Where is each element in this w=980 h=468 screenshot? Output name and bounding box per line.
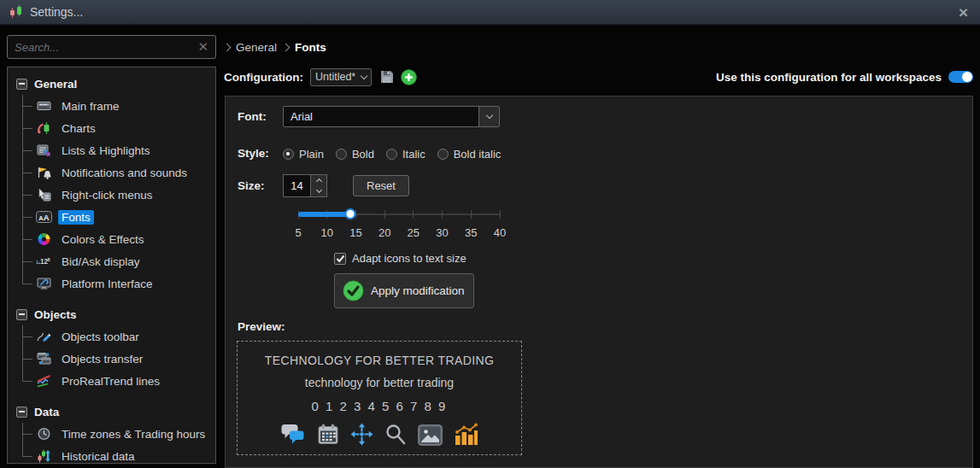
- size-slider[interactable]: [298, 208, 500, 220]
- breadcrumb-parent[interactable]: General: [236, 41, 277, 54]
- configuration-select[interactable]: Untitled*: [310, 68, 372, 86]
- style-options: Plain Bold Italic Bold italic: [283, 145, 513, 162]
- proreal-trend-icon: [35, 374, 52, 388]
- sidebar-item-main-frame[interactable]: Main frame: [22, 95, 215, 117]
- radio-label: Italic: [402, 148, 425, 161]
- style-radio-bold-italic[interactable]: Bold italic: [437, 148, 502, 161]
- sidebar-item-charts[interactable]: Charts: [22, 117, 215, 139]
- fonts-icon: AA: [35, 210, 52, 224]
- adapt-icons-row: Adapt icons to text size: [334, 252, 467, 265]
- font-family-value: Arial: [284, 110, 478, 123]
- sidebar-item-label: Objects toolbar: [58, 330, 143, 344]
- save-icon[interactable]: [379, 69, 395, 85]
- bid-ask-icon: 1.128: [35, 254, 52, 268]
- tree-group: General Main frame Charts Lists & Highli…: [16, 73, 215, 295]
- tree-group: Objects Objects toolbar Objects transfer…: [16, 303, 215, 392]
- apply-modification-label: Apply modification: [371, 284, 465, 297]
- apply-modification-button[interactable]: Apply modification: [334, 273, 474, 308]
- style-label: Style:: [238, 147, 269, 160]
- title-bar: Settings... ×: [0, 0, 980, 26]
- colors-effects-icon: [35, 232, 52, 246]
- lists-highlights-icon: [35, 143, 52, 157]
- sidebar-item-platform-interface[interactable]: Platform Interface: [22, 272, 215, 295]
- font-select-button[interactable]: [478, 107, 499, 126]
- workspace-toggle[interactable]: [948, 71, 973, 83]
- calendar-icon: [317, 423, 339, 446]
- sidebar-item-prorealtrend-lines[interactable]: ProRealTrend lines: [22, 370, 215, 392]
- sidebar-item-fonts[interactable]: AA Fonts: [22, 206, 215, 228]
- size-spin-buttons: [311, 174, 327, 197]
- style-radio-plain[interactable]: Plain: [283, 148, 324, 161]
- sidebar-item-label: Platform Interface: [58, 277, 156, 291]
- sidebar-item-label: Time zones & Trading hours: [58, 427, 208, 442]
- tree-group-objects[interactable]: Objects: [16, 303, 215, 325]
- configuration-row: Configuration: Untitled* Use this config…: [224, 67, 973, 86]
- collapse-icon[interactable]: [16, 407, 27, 418]
- radio-label: Plain: [299, 148, 324, 161]
- chevron-up-icon: [315, 178, 321, 184]
- sidebar-item-right-click-menus[interactable]: Right-click menus: [22, 184, 215, 206]
- spin-up-button[interactable]: [311, 175, 326, 186]
- chevron-down-icon: [485, 112, 492, 119]
- close-icon[interactable]: ×: [955, 4, 971, 20]
- slider-tick-label: 15: [349, 226, 361, 239]
- tree-group-children: Objects toolbar Objects transfer ProReal…: [22, 325, 215, 392]
- sidebar-item-bid-ask-display[interactable]: 1.128 Bid/Ask display: [22, 250, 215, 272]
- sidebar-item-objects-toolbar[interactable]: Objects toolbar: [22, 325, 215, 348]
- tree-group-general[interactable]: General: [16, 73, 215, 95]
- sidebar-item-label: Objects transfer: [58, 352, 146, 366]
- add-config-icon[interactable]: [401, 69, 417, 85]
- spin-down-button[interactable]: [311, 186, 326, 197]
- fonts-settings-panel: Font: Arial Style: Plain Bold Italic Bol…: [225, 96, 973, 468]
- tree-group-label: Objects: [34, 308, 77, 321]
- slider-tick-label: 10: [320, 226, 332, 239]
- search-input[interactable]: [15, 41, 197, 54]
- slider-thumb[interactable]: [344, 208, 355, 219]
- radio-icon: [283, 149, 294, 160]
- radio-label: Bold: [352, 148, 374, 161]
- adapt-icons-label: Adapt icons to text size: [352, 252, 467, 265]
- slider-fill: [298, 212, 350, 217]
- reset-button[interactable]: Reset: [353, 175, 409, 196]
- sidebar-item-lists-highlights[interactable]: Lists & Highlights: [22, 139, 215, 161]
- slider-tick-label: 25: [408, 226, 420, 239]
- objects-transfer-icon: [35, 352, 52, 366]
- sidebar-item-label: Bid/Ask display: [58, 254, 144, 269]
- tree-group-children: Time zones & Trading hours Historical da…: [22, 423, 215, 464]
- time-zones-icon: [35, 427, 52, 441]
- style-radio-bold[interactable]: Bold: [336, 148, 374, 161]
- slider-tick-label: 20: [379, 226, 390, 239]
- collapse-icon[interactable]: [16, 309, 27, 320]
- chart-icon: [454, 423, 478, 446]
- collapse-icon[interactable]: [16, 79, 27, 90]
- sidebar-item-notifications-and-sounds[interactable]: Notifications and sounds: [22, 161, 215, 184]
- tree-group-data[interactable]: Data: [16, 401, 215, 423]
- slider-tick: [442, 210, 443, 219]
- slider-tick-label: 5: [295, 226, 301, 239]
- tree-group: Data Time zones & Trading hours Historic…: [16, 401, 215, 464]
- sidebar-item-historical-data[interactable]: Historical data: [22, 445, 215, 464]
- adapt-icons-checkbox[interactable]: [334, 253, 346, 265]
- sidebar-item-time-zones-trading-hours[interactable]: Time zones & Trading hours: [22, 423, 215, 445]
- clear-search-icon[interactable]: ✕: [197, 39, 208, 55]
- sidebar-search[interactable]: ✕: [7, 35, 216, 59]
- size-label: Size:: [238, 179, 265, 192]
- sidebar-item-label: Notifications and sounds: [58, 166, 191, 180]
- sidebar-item-label: Lists & Highlights: [58, 143, 154, 158]
- font-family-select[interactable]: Arial: [283, 106, 500, 127]
- sidebar-item-label: Main frame: [58, 99, 123, 114]
- chevron-right-icon: [282, 44, 290, 52]
- slider-tick-label: 35: [465, 226, 477, 239]
- preview-digits-text: 0 1 2 3 4 5 6 7 8 9: [312, 399, 448, 413]
- slider-tick: [500, 210, 501, 219]
- radio-icon: [336, 149, 347, 160]
- slider-tick: [413, 210, 414, 219]
- main-frame-icon: [35, 99, 52, 113]
- preview-icons-row: [280, 422, 478, 446]
- style-radio-italic[interactable]: Italic: [386, 148, 425, 161]
- svg-text:8: 8: [48, 257, 50, 262]
- sidebar-item-colors-effects[interactable]: Colors & Effects: [22, 228, 215, 250]
- preview-label: Preview:: [238, 320, 285, 333]
- size-value[interactable]: 14: [283, 174, 311, 197]
- sidebar-item-objects-transfer[interactable]: Objects transfer: [22, 348, 215, 370]
